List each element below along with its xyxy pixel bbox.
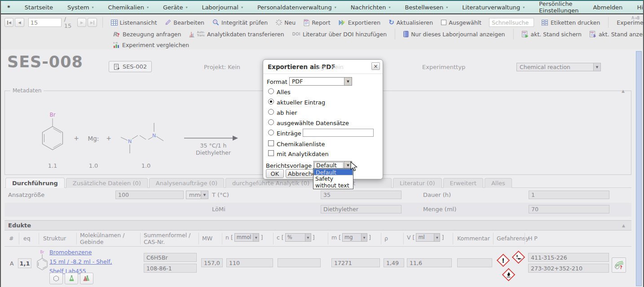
- scrollbar-thumb[interactable]: [636, 51, 642, 286]
- radio-ab-hier[interactable]: [268, 109, 274, 115]
- integritaet-pruefen-button[interactable]: Integrität prüfen: [212, 19, 268, 26]
- radio-alles[interactable]: [268, 88, 274, 94]
- container-link-line1[interactable]: 15 ml / -8.2 ml - Shelf,: [49, 257, 112, 266]
- caret-down-icon: ▾: [335, 5, 336, 9]
- tab-literatur[interactable]: Literatur (0): [393, 178, 442, 188]
- eintraege-input[interactable]: [303, 129, 374, 137]
- temperatur-input[interactable]: [321, 191, 401, 199]
- export-icon: [339, 20, 346, 26]
- record-total-label: / 15: [64, 16, 75, 29]
- mw-input[interactable]: [201, 258, 223, 267]
- schnellsuche-input[interactable]: [489, 18, 534, 27]
- report-button[interactable]: PDF Report: [304, 19, 330, 26]
- menu-geraete[interactable]: Geräte▾: [156, 1, 195, 13]
- stand-sichern-button[interactable]: PDF akt. Stand sichern: [522, 31, 582, 38]
- experimenttyp-label: Experimenttyp: [422, 64, 465, 70]
- record-next-button[interactable]: ▶: [77, 18, 86, 27]
- formula-input[interactable]: [144, 253, 197, 262]
- record-first-button[interactable]: ◀: [4, 18, 13, 27]
- checkbox-mit-analytikdaten[interactable]: [268, 150, 274, 156]
- menu-bestellwesen[interactable]: Bestellwesen▾: [398, 1, 455, 13]
- menu-nachrichten[interactable]: Nachrichten▾: [344, 1, 398, 13]
- loemi-input[interactable]: [321, 205, 401, 213]
- menu-literaturverwaltung[interactable]: Literaturverwaltung▾: [455, 1, 532, 13]
- magnifier-icon: [212, 19, 219, 26]
- experiment-vergleichen-button[interactable]: A→B Experiment vergleichen: [113, 41, 189, 48]
- aktualisieren-button[interactable]: ↻ Aktualisieren: [388, 19, 433, 26]
- flask-button[interactable]: [65, 273, 78, 284]
- linked-experiment-button[interactable]: SES-002: [109, 61, 152, 72]
- ansatzgroesse-label: Ansatzgröße: [8, 191, 44, 198]
- edukte-collapse-icon[interactable]: ▲: [622, 223, 625, 228]
- listenansicht-button[interactable]: Listenansicht: [111, 19, 157, 26]
- rho-input[interactable]: [384, 258, 404, 267]
- vertical-scrollbar[interactable]: [635, 50, 642, 287]
- p-saetze-input[interactable]: [528, 264, 609, 273]
- record-last-button[interactable]: ▶: [88, 18, 97, 27]
- bezeugung-anfragen-button[interactable]: R? Bezeugung anfragen: [113, 30, 181, 38]
- c-unit-select[interactable]: %▼: [285, 233, 311, 242]
- checkbox-chemikalienliste[interactable]: [268, 140, 274, 146]
- home-asterisk-icon[interactable]: *: [1, 4, 18, 11]
- analytikdaten-transferieren-button[interactable]: Auto-Trans Analytikdaten transferieren: [189, 31, 284, 38]
- n-unit-select[interactable]: mmol▼: [234, 233, 260, 242]
- nur-laborjournal-button[interactable]: Nur dieses Laborjournal anzeigen: [403, 31, 505, 38]
- radio-eintraege[interactable]: [268, 130, 274, 135]
- option-without-text[interactable]: without text: [313, 182, 353, 189]
- n-atom-label: N: [128, 139, 132, 144]
- v-unit-select[interactable]: ml▼: [416, 233, 440, 242]
- hazard-info-button[interactable]: ?: [612, 257, 626, 273]
- h-saetze-input[interactable]: [528, 253, 609, 262]
- bearbeiten-button[interactable]: Bearbeiten: [165, 19, 204, 26]
- option-default[interactable]: Default: [313, 169, 353, 175]
- record-number-input[interactable]: [28, 18, 62, 27]
- n-input[interactable]: [226, 258, 273, 267]
- v-input[interactable]: [407, 258, 452, 267]
- menu-hilfe[interactable]: Hilfe: [630, 1, 644, 13]
- experiment-kopieren-button[interactable]: Experiment kopieren: [617, 19, 644, 26]
- menu-personaldatenverwaltung[interactable]: Personaldatenverwaltung▾: [250, 1, 344, 13]
- menu-chemikalien[interactable]: Chemikalien▾: [101, 1, 156, 13]
- tab-durchfuehrung[interactable]: Durchführung: [5, 178, 65, 188]
- stock-flasks-button[interactable]: [80, 273, 93, 284]
- format-select[interactable]: PDF ▼: [289, 77, 352, 86]
- kommentar-input[interactable]: [457, 258, 492, 267]
- substance-name-link[interactable]: Bromobenzene: [49, 248, 112, 257]
- edukte-table-row: A 1,1 Br Bromobenzene 15 ml / -8.2 ml - …: [4, 247, 631, 287]
- experimenttyp-select[interactable]: Chemical reaction ▼: [516, 63, 601, 71]
- menge-input[interactable]: [529, 205, 609, 213]
- structure-button[interactable]: [49, 273, 63, 284]
- m-input[interactable]: [331, 258, 380, 267]
- ok-button[interactable]: OK: [266, 169, 284, 178]
- radio-aktueller-eintrag[interactable]: [268, 99, 274, 104]
- dauer-input[interactable]: [529, 191, 609, 199]
- tab-alles[interactable]: Alles: [485, 178, 512, 188]
- ausgewaehlt-checkbox[interactable]: Ausgewählt: [441, 19, 481, 26]
- metadaten-collapse-icon[interactable]: ▲: [622, 89, 625, 93]
- option-safety[interactable]: Safety: [313, 175, 353, 182]
- col-c-group: c [ %▼ ]: [277, 233, 315, 242]
- exportieren-button[interactable]: Exportieren: [339, 19, 381, 26]
- menu-abmelden[interactable]: Abmelden: [586, 1, 630, 13]
- ansatzgroesse-input[interactable]: [115, 191, 184, 199]
- tab-erweitert[interactable]: Erweitert: [443, 178, 483, 188]
- m-unit-select[interactable]: mg▼: [342, 233, 367, 242]
- menu-startseite[interactable]: Startseite: [18, 1, 60, 13]
- etiketten-drucken-button[interactable]: Etiketten drucken: [542, 19, 600, 26]
- tab-analysenauftraege[interactable]: Analysenaufträge (0): [149, 178, 224, 188]
- tab-durchgefuehrte-analytik[interactable]: durchgeführte Analytik (0): [225, 178, 316, 188]
- ansatzgroesse-unit-select[interactable]: mmol ▼: [186, 191, 208, 199]
- c-input[interactable]: [278, 258, 321, 267]
- radio-ausgewaehlte-datensaetze[interactable]: [268, 119, 274, 125]
- cas-input[interactable]: [144, 264, 197, 273]
- literatur-doi-button[interactable]: DOI Literatur über DOI hinzufügen: [292, 31, 387, 38]
- dialog-close-button[interactable]: ×: [371, 62, 380, 70]
- eq-input[interactable]: 1,1: [18, 258, 31, 268]
- stand-anzeigen-button[interactable]: PDF akt. Stand anzeigen: [590, 31, 644, 38]
- menu-laborjournal[interactable]: Laborjournal▾: [194, 1, 250, 13]
- tab-zusaetzliche-dateien[interactable]: Zusätzliche Dateien (0): [66, 178, 148, 188]
- menu-persoenliche-einstellungen[interactable]: Persönliche Einstellungen: [532, 1, 586, 13]
- menu-system[interactable]: System▾: [60, 1, 101, 13]
- record-prev-button[interactable]: ◀: [15, 18, 24, 27]
- neu-button[interactable]: Neu: [276, 19, 296, 26]
